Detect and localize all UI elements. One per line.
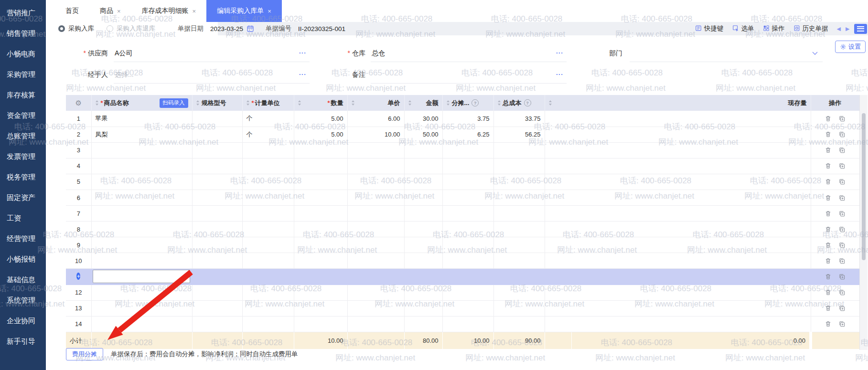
doc-number-value[interactable]: II-20230325-001	[298, 25, 345, 32]
cell-stock[interactable]	[571, 111, 811, 127]
copy-insert-row-icon[interactable]	[838, 242, 846, 249]
cell-price[interactable]	[347, 285, 404, 300]
cell-stock[interactable]	[571, 206, 811, 222]
cell-amount[interactable]: 30.00	[404, 111, 442, 127]
cell-name[interactable]	[91, 253, 192, 269]
sidebar-item-经营管理[interactable]: 经营管理	[0, 229, 46, 249]
cell-name[interactable]	[91, 316, 192, 332]
cell-price[interactable]	[347, 158, 404, 174]
delete-row-icon[interactable]	[825, 273, 832, 280]
copy-insert-row-icon[interactable]	[838, 131, 846, 138]
product-name-edit-input[interactable]	[93, 270, 190, 283]
cell-share[interactable]	[442, 253, 493, 269]
prev-page-icon[interactable]: ◀	[837, 26, 841, 32]
cell-price[interactable]	[347, 222, 404, 237]
delete-row-icon[interactable]	[825, 257, 832, 264]
cell-amount[interactable]: 50.00	[404, 127, 442, 142]
sidebar-item-小畅报销[interactable]: 小畅报销	[0, 249, 46, 270]
cell-stock[interactable]	[571, 253, 811, 269]
cell-stock[interactable]	[571, 174, 811, 190]
cell-unit[interactable]	[242, 253, 294, 269]
table-row[interactable]: 5	[66, 174, 859, 190]
cell-cost[interactable]	[493, 253, 545, 269]
grid-scrollbar-thumb[interactable]	[862, 113, 866, 260]
cell-blank[interactable]	[545, 174, 571, 190]
cell-blank[interactable]	[545, 285, 571, 300]
cell-num[interactable]: 13	[66, 300, 91, 316]
cell-price[interactable]	[347, 174, 404, 190]
cell-num[interactable]: 8	[66, 222, 91, 237]
cell-blank[interactable]	[545, 222, 571, 237]
table-row[interactable]: 1苹果个5.006.0030.003.7533.75	[66, 111, 859, 127]
cell-cost[interactable]	[493, 237, 545, 253]
cell-spec[interactable]	[192, 158, 242, 174]
table-row[interactable]: 8	[66, 222, 859, 237]
cell-amount[interactable]	[404, 158, 442, 174]
cell-stock[interactable]	[571, 237, 811, 253]
cell-amount[interactable]	[404, 237, 442, 253]
cell-cost[interactable]	[493, 285, 545, 300]
cell-blank[interactable]	[545, 142, 571, 158]
help-icon[interactable]: ?	[524, 99, 531, 106]
copy-insert-row-icon[interactable]	[838, 305, 846, 312]
cell-qty[interactable]	[294, 285, 347, 300]
action-操作[interactable]: 操作	[763, 24, 785, 33]
cell-num[interactable]: 10	[66, 253, 91, 269]
cell-spec[interactable]	[192, 316, 242, 332]
cell-amount[interactable]	[404, 300, 442, 316]
cell-blank[interactable]	[545, 190, 571, 205]
grid-active-insert-row[interactable]: +	[66, 269, 859, 285]
cell-stock[interactable]	[571, 158, 811, 174]
delete-row-icon[interactable]	[825, 289, 832, 296]
cell-stock[interactable]	[571, 142, 811, 158]
cell-spec[interactable]	[192, 190, 242, 205]
cell-share[interactable]: 3.75	[442, 111, 493, 127]
cell-num[interactable]: 12	[66, 285, 91, 300]
cell-unit[interactable]: 个	[242, 111, 294, 127]
table-row[interactable]: 7	[66, 206, 859, 222]
copy-insert-row-icon[interactable]	[838, 320, 846, 328]
cell-stock[interactable]	[571, 222, 811, 237]
cell-unit[interactable]	[242, 158, 294, 174]
cell-spec[interactable]	[192, 253, 242, 269]
cell-share[interactable]	[442, 285, 493, 300]
cell-qty[interactable]	[294, 253, 347, 269]
action-选单[interactable]: 选单	[732, 24, 754, 33]
column-header-spec[interactable]: 规格型号	[192, 95, 242, 111]
action-快捷键[interactable]: 快捷键	[695, 24, 724, 33]
cell-unit[interactable]	[242, 206, 294, 222]
copy-insert-row-icon[interactable]	[838, 194, 846, 201]
help-icon[interactable]: ?	[472, 99, 479, 106]
cell-name[interactable]	[91, 190, 192, 205]
tab-库存成本明细账[interactable]: 库存成本明细账×	[131, 0, 207, 22]
column-header-cost[interactable]: 总成本?	[493, 95, 545, 111]
cell-blank[interactable]	[545, 111, 571, 127]
copy-insert-row-icon[interactable]	[838, 289, 846, 296]
cell-qty[interactable]	[294, 158, 347, 174]
cell-unit[interactable]	[242, 190, 294, 205]
cell-amount[interactable]	[404, 253, 442, 269]
cell-cost[interactable]	[493, 158, 545, 174]
cell-price[interactable]	[347, 142, 404, 158]
sidebar-item-营销推广[interactable]: 营销推广	[0, 3, 46, 23]
cell-name[interactable]: 凤梨	[91, 127, 192, 142]
cell-spec[interactable]	[192, 127, 242, 142]
handler-picker-ellipsis[interactable]: ...	[299, 69, 306, 76]
cell-unit[interactable]	[242, 285, 294, 300]
next-page-icon[interactable]: ▶	[846, 26, 849, 32]
doc-date-value[interactable]: 2023-03-25	[210, 25, 243, 32]
table-row[interactable]: 10	[66, 253, 859, 269]
cell-spec[interactable]	[192, 142, 242, 158]
cell-cost[interactable]: 56.25	[493, 127, 545, 142]
cell-qty[interactable]	[294, 316, 347, 332]
table-row[interactable]: 2凤梨个5.0010.0050.006.2556.25	[66, 127, 859, 142]
cell-cost[interactable]	[493, 174, 545, 190]
cell-amount[interactable]	[404, 190, 442, 205]
copy-insert-row-icon[interactable]	[838, 162, 846, 169]
handler-placeholder[interactable]: 选择...	[115, 71, 134, 79]
cell-num[interactable]: 5	[66, 174, 91, 190]
cell-num[interactable]: 6	[66, 190, 91, 205]
sidebar-item-库存核算[interactable]: 库存核算	[0, 85, 46, 106]
cell-spec[interactable]	[192, 237, 242, 253]
sidebar-item-工资[interactable]: 工资	[0, 208, 46, 229]
